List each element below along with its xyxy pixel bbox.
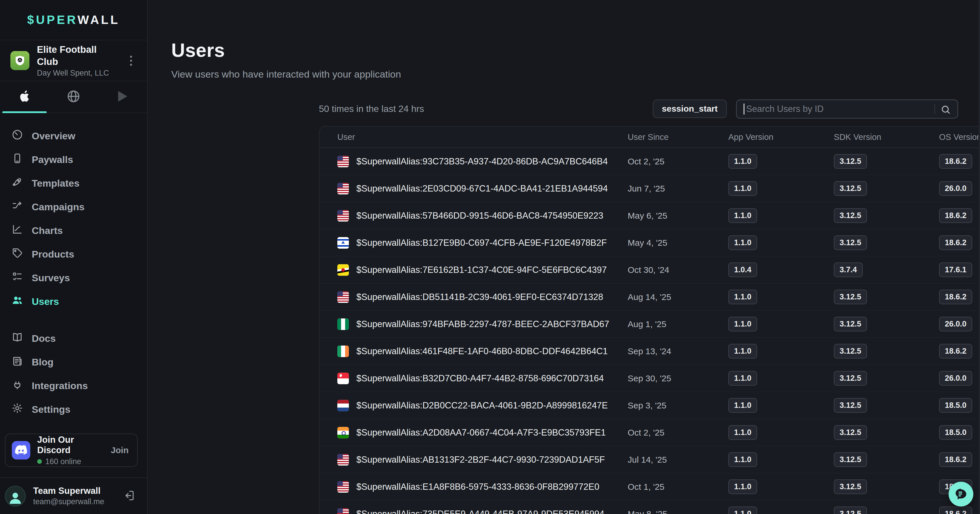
user-since: Sep 30, '25 — [628, 374, 728, 384]
table-row[interactable]: $SuperwallAlias:7E6162B1-1C37-4C0E-94FC-… — [320, 256, 980, 283]
discord-join-button[interactable]: Join — [111, 446, 129, 455]
table-row[interactable]: $SuperwallAlias:E1A8F8B6-5975-4333-8636-… — [320, 473, 980, 500]
user-id: $SuperwallAlias:AB1313F2-2B2F-44C7-9930-… — [356, 455, 605, 465]
user-id: $SuperwallAlias:7E6162B1-1C37-4C0E-94FC-… — [356, 265, 607, 275]
event-filter-button[interactable]: session_start — [653, 100, 727, 118]
page-title: Users — [171, 39, 980, 61]
sidebar-item-integrations[interactable]: Integrations — [0, 374, 147, 398]
users-table-body: $SuperwallAlias:93C73B35-A937-4D20-86DB-… — [320, 148, 980, 514]
phone-icon — [11, 153, 23, 166]
os-version-badge: 17.6.1 — [939, 263, 972, 277]
table-row[interactable]: $SuperwallAlias:2E03CD09-67C1-4ADC-BA41-… — [320, 175, 980, 202]
col-header-sdk-version: SDK Version — [834, 132, 939, 142]
col-header-app-version: App Version — [728, 132, 834, 142]
app-version-badge: 1.1.0 — [728, 317, 757, 331]
scrollbar-track[interactable] — [978, 0, 980, 514]
user-id: $SuperwallAlias:DB51141B-2C39-4061-9EF0-… — [356, 292, 603, 302]
sidebar-item-settings[interactable]: Settings — [0, 398, 147, 421]
sidebar-item-users[interactable]: Users — [0, 290, 147, 313]
user-id: $SuperwallAlias:974BFABB-2297-4787-BEEC-… — [356, 319, 609, 329]
table-row[interactable]: $SuperwallAlias:974BFABB-2297-4787-BEEC-… — [320, 311, 980, 338]
table-row[interactable]: $SuperwallAlias:B127E9B0-C697-4CFB-AE9E-… — [320, 229, 980, 256]
logout-icon[interactable] — [123, 489, 135, 503]
user-id: $SuperwallAlias:57B466DD-9915-46D6-BAC8-… — [356, 210, 603, 221]
table-row[interactable]: $SuperwallAlias:461F48FE-1AF0-46B0-8DBC-… — [320, 338, 980, 365]
platform-tab-globe[interactable] — [49, 81, 98, 113]
sidebar-item-blog[interactable]: Blog — [0, 350, 147, 374]
avatar — [5, 486, 25, 506]
user-since: May 4, '25 — [628, 238, 728, 248]
plug-icon — [11, 379, 23, 393]
sidebar-item-docs[interactable]: Docs — [0, 326, 147, 350]
user-id: $SuperwallAlias:735DE5E9-A449-44EB-97A9-… — [356, 509, 604, 514]
country-flag-icon — [337, 156, 349, 167]
os-version-badge: 18.6.2 — [939, 208, 972, 223]
col-header-user-since: User Since — [628, 132, 728, 142]
user-id: $SuperwallAlias:E1A8F8B6-5975-4333-8636-… — [356, 482, 600, 492]
chat-fab-button[interactable] — [948, 482, 974, 506]
country-flag-icon — [337, 291, 349, 303]
account-email: team@superwall.me — [33, 497, 115, 506]
search-box[interactable] — [736, 100, 958, 119]
account-section[interactable]: Team Superwall team@superwall.me — [0, 477, 147, 514]
sidebar-item-label: Paywalls — [32, 154, 73, 165]
sdk-version-badge: 3.12.5 — [834, 452, 867, 467]
newspaper-icon — [11, 355, 23, 369]
table-row[interactable]: $SuperwallAlias:DB51141B-2C39-4061-9EF0-… — [320, 283, 980, 311]
sidebar: $UPERWALL Elite Football Club Day Well S… — [0, 0, 148, 514]
sidebar-item-templates[interactable]: Templates — [0, 171, 147, 195]
app-version-badge: 1.1.0 — [728, 290, 757, 304]
app-version-badge: 1.1.0 — [728, 506, 757, 514]
os-version-badge: 26.0.0 — [939, 317, 972, 331]
search-input[interactable] — [746, 104, 932, 114]
country-flag-icon — [337, 264, 349, 276]
country-flag-icon — [337, 400, 349, 411]
table-row[interactable]: $SuperwallAlias:57B466DD-9915-46D6-BAC8-… — [320, 202, 980, 229]
sidebar-item-label: Campaigns — [32, 201, 84, 213]
platform-tab-google-play[interactable] — [98, 81, 147, 113]
country-flag-icon — [337, 508, 349, 514]
os-version-badge: 18.6.2 — [939, 344, 972, 358]
user-since: Oct 1, '25 — [628, 482, 728, 492]
col-header-user: User — [337, 132, 628, 142]
gear-icon — [11, 403, 23, 416]
country-flag-icon — [337, 210, 349, 221]
col-header-os-version: OS Version — [939, 132, 980, 142]
sidebar-item-overview[interactable]: Overview — [0, 124, 147, 148]
table-row[interactable]: $SuperwallAlias:A2D08AA7-0667-4C04-A7F3-… — [320, 419, 980, 446]
user-since: Aug 14, '25 — [628, 292, 728, 302]
table-row[interactable]: $SuperwallAlias:D2B0CC22-BACA-4061-9B2D-… — [320, 392, 980, 419]
table-row[interactable]: $SuperwallAlias:AB1313F2-2B2F-44C7-9930-… — [320, 446, 980, 473]
apple-icon — [17, 89, 32, 105]
workspace-app-icon — [10, 51, 29, 70]
workspace-selector[interactable]: Elite Football Club Day Well Spent, LLC — [0, 40, 147, 81]
sidebar-item-products[interactable]: Products — [0, 242, 147, 266]
users-icon — [11, 294, 23, 308]
sidebar-item-charts[interactable]: Charts — [0, 219, 147, 242]
table-row[interactable]: $SuperwallAlias:B32D7CB0-A4F7-44B2-8758-… — [320, 365, 980, 392]
app-version-badge: 1.1.0 — [728, 181, 757, 196]
sdk-version-badge: 3.12.5 — [834, 317, 867, 331]
book-icon — [11, 331, 23, 345]
sidebar-item-label: Blog — [32, 356, 54, 368]
sidebar-item-campaigns[interactable]: Campaigns — [0, 195, 147, 219]
table-row[interactable]: $SuperwallAlias:93C73B35-A937-4D20-86DB-… — [320, 148, 980, 175]
discord-online-count: 160 online — [45, 457, 81, 466]
workspace-menu-icon[interactable] — [125, 56, 137, 66]
sdk-version-badge: 3.12.5 — [834, 398, 867, 413]
sdk-version-badge: 3.12.5 — [834, 425, 867, 440]
rocket-icon — [11, 176, 23, 190]
sidebar-item-label: Integrations — [32, 380, 88, 391]
main-content: Users View users who have interacted wit… — [148, 0, 980, 514]
table-row[interactable]: $SuperwallAlias:735DE5E9-A449-44EB-97A9-… — [320, 500, 980, 514]
user-since: Jun 7, '25 — [628, 184, 728, 194]
logo-rest-text: WALL — [78, 13, 120, 27]
sdk-version-badge: 3.12.5 — [834, 344, 867, 358]
sidebar-item-surveys[interactable]: Surveys — [0, 266, 147, 290]
platform-tab-apple[interactable] — [0, 81, 49, 113]
logo-accent-text: $UPER — [27, 13, 77, 27]
sidebar-item-paywalls[interactable]: Paywalls — [0, 148, 147, 171]
discord-banner[interactable]: Join Our Discord 160 online Join — [5, 433, 138, 467]
sidebar-item-label: Docs — [32, 333, 56, 344]
search-icon[interactable] — [940, 104, 951, 116]
